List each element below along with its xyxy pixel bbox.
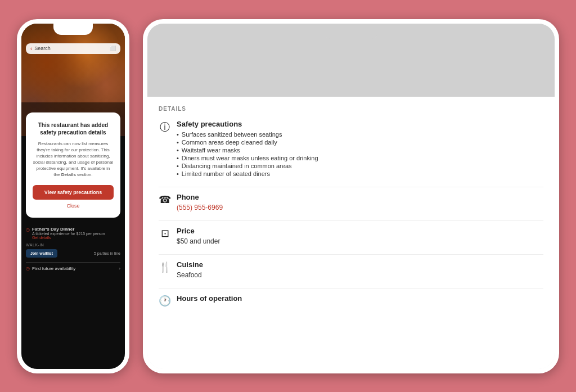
hours-content: Hours of operation (177, 294, 242, 305)
left-phone-notch (53, 24, 93, 35)
phone-title: Phone (177, 193, 223, 201)
info-icon: ⓘ (159, 120, 171, 134)
details-section-label: DETAILS (159, 106, 543, 112)
event-item: ◷ Father's Day Dinner A ticketed experie… (26, 227, 120, 240)
safety-content: Safety precautions Surfaces sanitized be… (177, 120, 318, 178)
cuisine-icon: 🍴 (159, 261, 171, 273)
phone-right: DETAILS ⓘ Safety precautions Surfaces sa… (143, 19, 559, 373)
hours-title: Hours of operation (177, 294, 242, 303)
close-button[interactable]: Close (33, 203, 114, 209)
event-icon: ◷ (26, 227, 30, 232)
search-bar[interactable]: ‹ Search ⬜ (26, 43, 120, 54)
safety-item-3: Waitstaff wear masks (177, 146, 318, 154)
right-content: DETAILS ⓘ Safety precautions Surfaces sa… (147, 97, 555, 369)
find-availability-row[interactable]: ◷ Find future availability › (26, 262, 120, 271)
chevron-right-icon: › (119, 266, 120, 271)
below-modal-content: ◷ Father's Day Dinner A ticketed experie… (21, 222, 125, 276)
view-safety-precautions-button[interactable]: View safety precautions (33, 185, 114, 200)
event-link[interactable]: Get details (32, 236, 105, 240)
price-content: Price $50 and under (177, 227, 220, 245)
divider-1 (159, 187, 543, 187)
hours-icon: 🕐 (159, 295, 171, 307)
phone-icon: ☎ (159, 193, 171, 206)
event-text: Father's Day Dinner A ticketed experienc… (32, 227, 105, 240)
join-waitlist-button[interactable]: Join waitlist (26, 249, 57, 258)
event-title: Father's Day Dinner (32, 227, 105, 232)
find-availability-left: ◷ Find future availability (26, 266, 75, 271)
calendar-icon: ◷ (26, 266, 30, 271)
find-availability-text: Find future availability (32, 266, 75, 271)
camera-icon: ⬜ (110, 46, 116, 51)
modal-overlay: This restaurant has added safety precaut… (21, 102, 125, 369)
safety-precautions-section: ⓘ Safety precautions Surfaces sanitized … (159, 120, 543, 178)
main-container: ‹ Search ⬜ 1 of 284 This restaurant has … (0, 0, 576, 392)
safety-title: Safety precautions (177, 120, 318, 128)
safety-item-5: Distancing maintained in common areas (177, 162, 318, 170)
cuisine-content: Cuisine Seafood (177, 260, 203, 279)
right-phone-notch (323, 24, 379, 39)
walk-in-row: Join waitlist 5 parties in line (26, 249, 120, 258)
divider-4 (159, 288, 543, 289)
hours-section: 🕐 Hours of operation (159, 294, 543, 307)
parties-in-line: 5 parties in line (94, 251, 120, 255)
walk-in-label: WALK-IN (26, 243, 120, 247)
safety-item-1: Surfaces sanitized between seatings (177, 130, 318, 138)
safety-item-2: Common areas deep cleaned daily (177, 138, 318, 146)
safety-modal: This restaurant has added safety precaut… (26, 112, 120, 218)
safety-list: Surfaces sanitized between seatings Comm… (177, 130, 318, 178)
phone-left: ‹ Search ⬜ 1 of 284 This restaurant has … (17, 19, 129, 373)
price-icon: ⊡ (159, 227, 171, 240)
modal-title: This restaurant has added safety precaut… (33, 121, 114, 136)
modal-body: Restaurants can now list measures they'r… (33, 141, 114, 178)
price-value: $50 and under (177, 237, 220, 245)
phone-number[interactable]: (555) 955-6969 (177, 204, 223, 211)
cuisine-title: Cuisine (177, 260, 203, 269)
safety-item-6: Limited number of seated diners (177, 170, 318, 178)
phone-content: Phone (555) 955-6969 (177, 193, 223, 211)
right-screen: DETAILS ⓘ Safety precautions Surfaces sa… (147, 24, 555, 369)
cuisine-section: 🍴 Cuisine Seafood (159, 260, 543, 279)
search-text: Search (34, 46, 110, 51)
price-title: Price (177, 227, 220, 235)
back-chevron-icon: ‹ (30, 46, 32, 52)
event-description: A ticketed experience for $215 per perso… (32, 232, 105, 236)
safety-item-4: Diners must wear masks unless eating or … (177, 154, 318, 162)
price-section: ⊡ Price $50 and under (159, 227, 543, 245)
phone-section: ☎ Phone (555) 955-6969 (159, 193, 543, 211)
walk-in-section: WALK-IN Join waitlist 5 parties in line (26, 243, 120, 258)
divider-3 (159, 254, 543, 255)
divider-2 (159, 220, 543, 221)
cuisine-value: Seafood (177, 271, 203, 279)
